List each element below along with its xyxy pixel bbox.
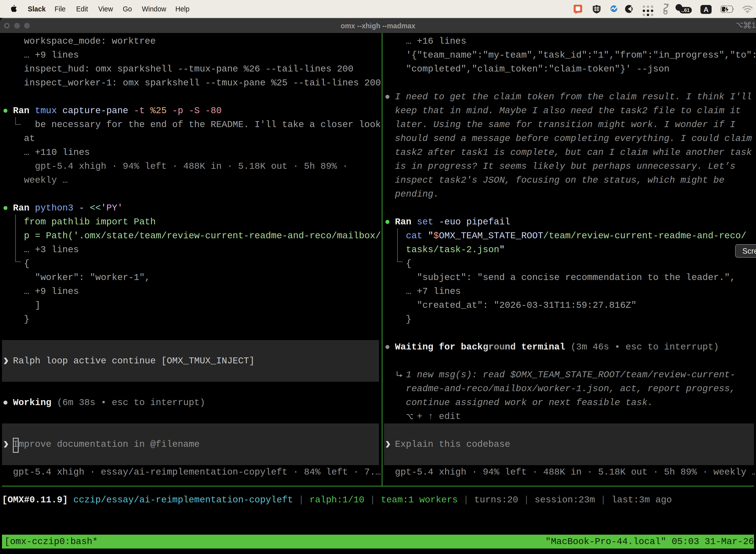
svg-text:..61: ..61 [681,7,690,13]
